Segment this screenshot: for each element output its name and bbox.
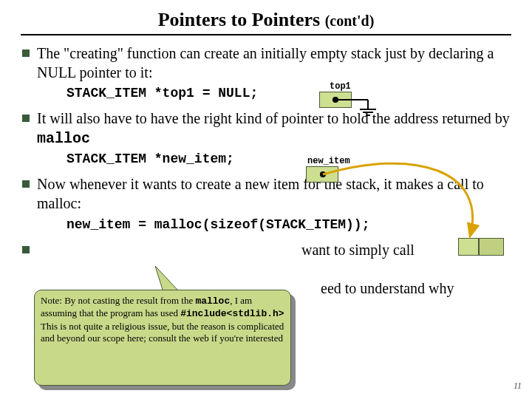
page-number: 11: [514, 381, 522, 392]
slide-title: Pointers to Pointers (cont'd): [21, 9, 511, 31]
slide: Pointers to Pointers (cont'd) The "creat…: [0, 0, 532, 399]
bullet-1-text: The "creating" function can create an in…: [37, 45, 494, 81]
note-include: #include<stdlib.h>: [180, 308, 284, 319]
bullet-3-code: new_item = malloc(sizeof(STACK_ITEM));: [66, 216, 511, 233]
heap-box-b: [479, 238, 504, 256]
note-callout: Note: By not casting the result from the…: [34, 290, 291, 386]
bullet-2-mono: malloc: [37, 130, 90, 147]
label-newitem: new_item: [307, 156, 350, 166]
label-top1: top1: [330, 81, 351, 92]
dot-top1: [332, 97, 338, 103]
dot-newitem: [320, 171, 326, 177]
title-sub: (cont'd): [325, 13, 375, 29]
bullet-list: The "creating" function can create an in…: [21, 44, 511, 322]
bullet-2: It will also have to have the right kind…: [21, 109, 511, 168]
note-line3: This is not quite a religious issue, but…: [41, 321, 284, 344]
bullet-2-code: STACK_ITEM *new_item;: [66, 151, 511, 168]
title-rule: [21, 34, 511, 35]
title-main: Pointers to Pointers: [158, 9, 325, 30]
bullet-4-frag-right: want to simply call: [301, 241, 415, 260]
bullet-3-text: Now whenever it wants to create a new it…: [37, 176, 484, 211]
bullet-3: Now whenever it wants to create a new it…: [21, 175, 511, 233]
note-body: Note: By not casting the result from the…: [34, 290, 291, 386]
heap-box-a: [458, 238, 479, 256]
bullet-2-text: It will also have to have the right kind…: [37, 110, 510, 126]
bullet-4-frag-mid: eed to understand why: [321, 279, 454, 299]
bullet-1: The "creating" function can create an in…: [21, 44, 511, 102]
note-malloc: malloc: [195, 296, 230, 307]
bullet-1-code: STACK_ITEM *top1 = NULL;: [66, 85, 511, 102]
note-line1: Note: By not casting the result from the: [41, 295, 195, 306]
